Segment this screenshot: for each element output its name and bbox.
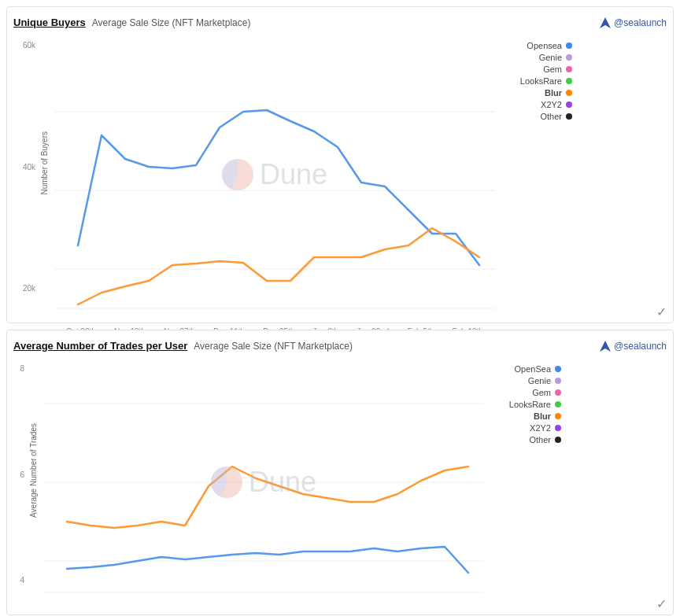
chart2-header: Average Number of Trades per User Averag…: [13, 340, 667, 352]
legend2-other-dot: [555, 437, 561, 443]
legend1-blur-dot: [566, 90, 572, 96]
chart1-svg: [54, 33, 495, 324]
legend1-blur: Blur: [501, 88, 572, 98]
chart2-title: Average Number of Trades per User: [13, 340, 187, 352]
legend1-x2y2: X2Y2: [501, 100, 572, 109]
chart1-subtitle: Average Sale Size (NFT Marketplace): [92, 17, 251, 28]
chart2-subtitle: Average Sale Size (NFT Marketplace): [194, 341, 353, 352]
attribution-icon-2: [600, 341, 611, 352]
chart2-attribution: @sealaunch: [600, 341, 667, 352]
chart2-yaxis-area: 8 6 4 Average Number of Trades Dune: [13, 356, 484, 608]
chart1-body: 60k 40k 20k Number of Buyers Dune: [13, 33, 667, 316]
attribution-icon: [600, 17, 611, 28]
chart1-line1: [78, 110, 479, 265]
legend1-looksrare-label: LooksRare: [520, 76, 562, 86]
legend2-genie: Genie: [490, 376, 561, 385]
legend2-gem-label: Gem: [532, 388, 551, 397]
chart1-line2: [78, 228, 479, 304]
legend2-opensea-label: OpenSea: [515, 364, 551, 374]
chart1-legend: Opensea Genie Gem LooksRare Blur X2Y2: [501, 33, 572, 316]
legend2-genie-dot: [555, 378, 561, 384]
legend2-blur-dot: [555, 413, 561, 419]
legend2-gem: Gem: [490, 388, 561, 397]
legend2-gem-dot: [555, 389, 561, 396]
legend2-blur-label: Blur: [534, 411, 551, 421]
legend1-genie: Genie: [501, 53, 572, 62]
legend1-x2y2-dot: [566, 101, 572, 108]
legend2-opensea-dot: [555, 366, 561, 372]
chart1-title-group: Unique Buyers Average Sale Size (NFT Mar…: [13, 17, 250, 28]
chart1-attribution: @sealaunch: [600, 17, 667, 28]
chart2-plot: Dune Oct 30th Nov 13th Nov: [43, 356, 484, 608]
legend2-opensea: OpenSea: [490, 364, 561, 374]
legend1-opensea: Opensea: [501, 41, 572, 50]
chart2-title-group: Average Number of Trades per User Averag…: [13, 340, 353, 352]
chart1-ytick-20k: 20k: [23, 284, 35, 293]
legend1-x2y2-label: X2Y2: [541, 100, 562, 109]
legend1-genie-dot: [566, 54, 572, 61]
chart2-legend: OpenSea Genie Gem LooksRare Blur X2Y2: [490, 356, 561, 608]
legend1-opensea-dot: [566, 42, 572, 49]
chart1-header: Unique Buyers Average Sale Size (NFT Mar…: [13, 17, 667, 28]
chart2-ytick-6: 6: [20, 470, 24, 479]
chart2-svg: [43, 356, 484, 616]
chart1-checkmark: ✓: [656, 304, 667, 319]
chart1-ytick-60k: 60k: [23, 41, 35, 50]
chart1-plot: Dune Oct 30th Nov 13th: [54, 33, 495, 316]
chart2-ytick-4: 4: [20, 576, 24, 585]
legend2-genie-label: Genie: [528, 376, 551, 385]
chart2-ylabel: Average Number of Trades: [29, 423, 39, 518]
legend2-looksrare-label: LooksRare: [509, 400, 551, 409]
chart2-container: Average Number of Trades per User Averag…: [6, 330, 674, 615]
legend2-other: Other: [490, 435, 561, 444]
chart2-body: 8 6 4 Average Number of Trades Dune: [13, 356, 667, 608]
legend1-gem-dot: [566, 66, 572, 72]
legend2-x2y2-label: X2Y2: [530, 423, 551, 433]
chart1-title: Unique Buyers: [13, 17, 86, 28]
legend1-genie-label: Genie: [539, 53, 562, 62]
legend1-looksrare-dot: [566, 78, 572, 84]
chart2-ytick-8: 8: [20, 364, 24, 373]
chart1-attribution-text: @sealaunch: [614, 17, 667, 28]
legend1-gem-label: Gem: [543, 65, 562, 74]
legend1-looksrare: LooksRare: [501, 76, 572, 86]
legend1-other-label: Other: [540, 112, 562, 121]
legend2-other-label: Other: [529, 435, 551, 444]
legend1-blur-label: Blur: [545, 88, 562, 98]
legend1-other-dot: [566, 113, 572, 120]
legend1-opensea-label: Opensea: [527, 41, 562, 50]
chart1-ytick-40k: 40k: [23, 163, 35, 172]
legend1-other: Other: [501, 112, 572, 121]
chart2-line1: [67, 547, 468, 573]
legend2-looksrare: LooksRare: [490, 400, 561, 409]
chart2-attribution-text: @sealaunch: [614, 341, 667, 352]
chart1-container: Unique Buyers Average Sale Size (NFT Mar…: [6, 6, 674, 323]
legend2-blur: Blur: [490, 411, 561, 421]
svg-marker-0: [600, 17, 611, 28]
legend1-gem: Gem: [501, 65, 572, 74]
legend2-looksrare-dot: [555, 401, 561, 408]
chart1-ylabel: Number of Buyers: [40, 131, 50, 195]
chart2-checkmark: ✓: [656, 596, 667, 611]
legend2-x2y2-dot: [555, 425, 561, 431]
chart1-yaxis-area: 60k 40k 20k Number of Buyers Dune: [13, 33, 495, 316]
chart2-line2: [67, 467, 468, 528]
svg-marker-5: [600, 341, 611, 352]
legend2-x2y2: X2Y2: [490, 423, 561, 433]
